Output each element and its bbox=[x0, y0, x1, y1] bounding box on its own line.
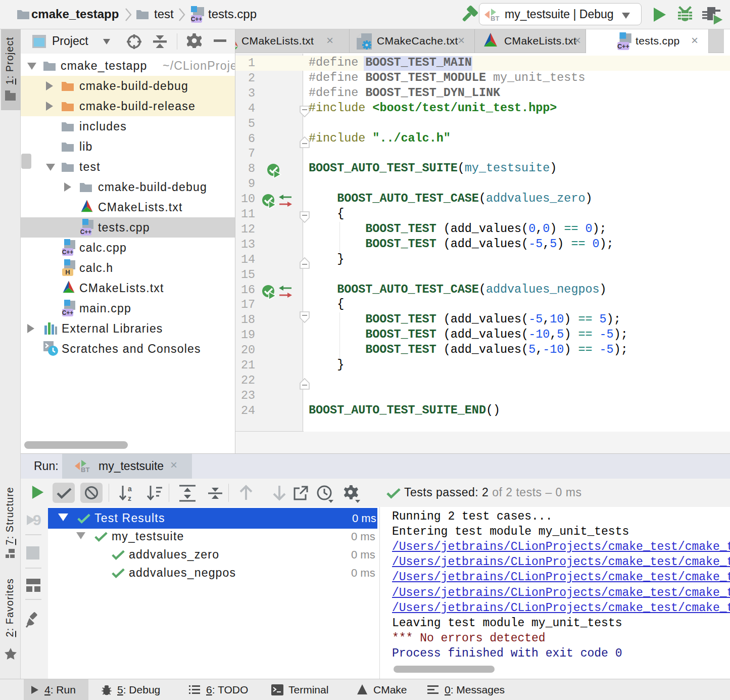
svg-text:BT: BT bbox=[491, 15, 499, 22]
svg-text:C++: C++ bbox=[80, 228, 92, 236]
svg-text:C++: C++ bbox=[191, 16, 203, 23]
svg-text:a: a bbox=[128, 485, 132, 493]
svg-text:BT: BT bbox=[81, 466, 89, 473]
svg-text:9: 9 bbox=[33, 511, 41, 528]
svg-text:C++: C++ bbox=[62, 249, 74, 256]
svg-text:H: H bbox=[65, 268, 70, 276]
svg-text:z: z bbox=[128, 494, 131, 502]
svg-text:C++: C++ bbox=[617, 43, 629, 50]
svg-text:C++: C++ bbox=[62, 309, 74, 316]
